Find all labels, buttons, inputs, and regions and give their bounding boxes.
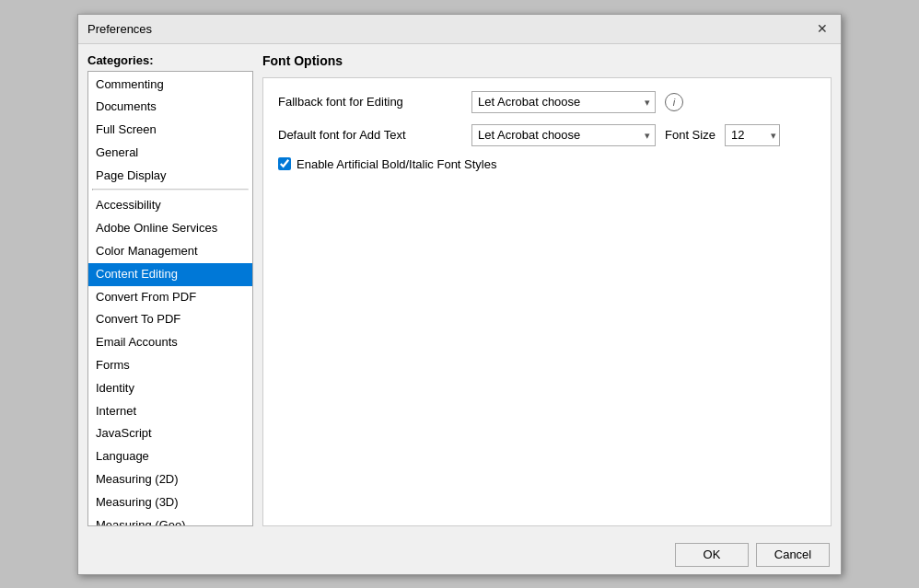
font-size-label: Font Size: [665, 128, 715, 142]
default-font-select[interactable]: Let Acrobat chooseArialTimes New RomanHe…: [471, 124, 656, 146]
sidebar-item-identity[interactable]: Identity: [88, 377, 252, 400]
sidebar-item-convert-to-pdf[interactable]: Convert To PDF: [88, 308, 252, 331]
sidebar-item-convert-from-pdf[interactable]: Convert From PDF: [88, 286, 252, 309]
ok-button[interactable]: OK: [675, 543, 749, 567]
default-font-select-wrapper: Let Acrobat chooseArialTimes New RomanHe…: [471, 124, 656, 146]
categories-label: Categories:: [87, 53, 253, 67]
font-size-select-wrapper: 8910111214161824364872: [725, 124, 780, 146]
default-font-label: Default font for Add Text: [278, 128, 462, 142]
right-panel: Font Options Fallback font for Editing L…: [262, 53, 832, 526]
bold-italic-checkbox[interactable]: [278, 157, 291, 170]
title-bar: Preferences ✕: [78, 15, 841, 44]
sidebar-item-accessibility[interactable]: Accessibility: [88, 194, 252, 217]
fallback-font-label: Fallback font for Editing: [278, 95, 462, 109]
checkbox-label[interactable]: Enable Artificial Bold/Italic Font Style…: [297, 157, 497, 171]
content-area: Fallback font for Editing Let Acrobat ch…: [262, 77, 832, 526]
info-icon: i: [665, 93, 683, 111]
default-font-row: Default font for Add Text Let Acrobat ch…: [278, 124, 816, 146]
categories-list[interactable]: CommentingDocumentsFull ScreenGeneralPag…: [87, 71, 253, 526]
sidebar-item-adobe-online[interactable]: Adobe Online Services: [88, 217, 252, 240]
fallback-font-select[interactable]: Let Acrobat chooseArialTimes New RomanHe…: [471, 91, 656, 113]
sidebar-item-commenting[interactable]: Commenting: [88, 74, 252, 97]
sidebar-item-forms[interactable]: Forms: [88, 354, 252, 377]
sidebar-item-measuring-geo[interactable]: Measuring (Geo): [88, 514, 252, 526]
sidebar-item-content-editing[interactable]: Content Editing: [88, 263, 252, 286]
sidebar-item-javascript[interactable]: JavaScript: [88, 422, 252, 445]
sidebar-item-general[interactable]: General: [88, 142, 252, 165]
section-title: Font Options: [262, 53, 832, 68]
close-button[interactable]: ✕: [813, 19, 832, 38]
sidebar-item-language[interactable]: Language: [88, 445, 252, 468]
dialog-body: Categories: CommentingDocumentsFull Scre…: [78, 44, 841, 536]
font-size-select[interactable]: 8910111214161824364872: [725, 124, 780, 146]
sidebar-item-full-screen[interactable]: Full Screen: [88, 119, 252, 142]
preferences-dialog: Preferences ✕ Categories: CommentingDocu…: [77, 14, 842, 575]
sidebar-item-page-display[interactable]: Page Display: [88, 165, 252, 188]
left-panel: Categories: CommentingDocumentsFull Scre…: [87, 53, 253, 526]
checkbox-row: Enable Artificial Bold/Italic Font Style…: [278, 157, 816, 171]
cancel-button[interactable]: Cancel: [756, 543, 830, 567]
sidebar-item-color-management[interactable]: Color Management: [88, 240, 252, 263]
dialog-title: Preferences: [87, 22, 152, 36]
sidebar-item-internet[interactable]: Internet: [88, 400, 252, 423]
sidebar-item-measuring-2d[interactable]: Measuring (2D): [88, 468, 252, 491]
sidebar-item-measuring-3d[interactable]: Measuring (3D): [88, 491, 252, 514]
dialog-footer: OK Cancel: [78, 536, 841, 574]
fallback-font-select-wrapper: Let Acrobat chooseArialTimes New RomanHe…: [471, 91, 656, 113]
sidebar-item-documents[interactable]: Documents: [88, 96, 252, 119]
sidebar-item-email-accounts[interactable]: Email Accounts: [88, 331, 252, 354]
fallback-font-row: Fallback font for Editing Let Acrobat ch…: [278, 91, 816, 113]
